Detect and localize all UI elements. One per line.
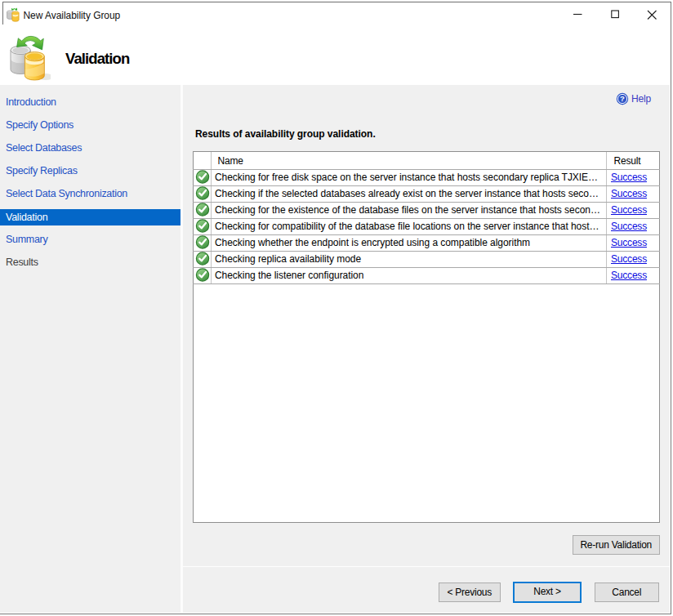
svg-text:?: ?: [620, 94, 625, 103]
